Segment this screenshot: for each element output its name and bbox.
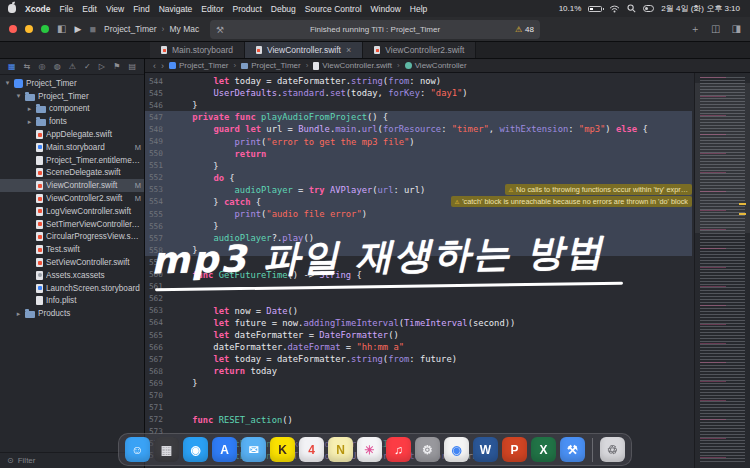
code-line-557[interactable]: 557 audioPlayer?.play() bbox=[145, 232, 692, 244]
window-close-button[interactable] bbox=[9, 25, 17, 33]
menu-window[interactable]: Window bbox=[371, 4, 401, 14]
breakpoint-navigator-icon[interactable]: ⚑ bbox=[113, 62, 120, 71]
code-line-546[interactable]: 546 } bbox=[145, 99, 692, 111]
dock-app-store-icon[interactable]: A bbox=[212, 437, 237, 462]
issue-navigator-icon[interactable]: ⚠ bbox=[69, 62, 76, 71]
code-line-572[interactable]: 572 func RESET_action() bbox=[145, 414, 692, 426]
dock-photos-icon[interactable]: ☀ bbox=[357, 437, 382, 462]
dock-mail-icon[interactable]: ✉ bbox=[241, 437, 266, 462]
disclosure-triangle[interactable]: ▸ bbox=[26, 118, 33, 126]
breadcrumb-item-project-timer-0[interactable]: Project_Timer bbox=[169, 61, 229, 70]
code-line-561[interactable]: 561 bbox=[145, 281, 692, 293]
breadcrumb-item-viewcontroller-swift-2[interactable]: ViewController.swift bbox=[313, 61, 392, 70]
disclosure-triangle[interactable]: ▸ bbox=[15, 310, 22, 318]
apple-menu-icon[interactable] bbox=[8, 4, 16, 13]
menu-help[interactable]: Help bbox=[410, 4, 427, 14]
sidebar-item-settimerviewcontroller-swift[interactable]: SetTimerViewController.swift bbox=[0, 218, 144, 231]
add-icon[interactable]: ＋ bbox=[690, 24, 700, 34]
search-icon[interactable] bbox=[627, 4, 636, 13]
code-line-565[interactable]: 565 let dateFormatter = DateFormatter() bbox=[145, 329, 692, 341]
code-line-569[interactable]: 569 } bbox=[145, 377, 692, 389]
close-icon[interactable]: × bbox=[346, 45, 351, 55]
code-line-551[interactable]: 551 } bbox=[145, 160, 692, 172]
code-line-553[interactable]: 553 audioPlayer = try AVPlayer(url: url)… bbox=[145, 184, 692, 196]
back-icon[interactable]: ‹ bbox=[153, 61, 156, 71]
test-navigator-icon[interactable]: ✓ bbox=[84, 62, 91, 71]
sidebar-item-viewcontroller-swift[interactable]: ViewController.swiftM bbox=[0, 179, 144, 192]
code-line-555[interactable]: 555 print("audio file error") bbox=[145, 208, 692, 220]
disclosure-triangle[interactable]: ▸ bbox=[26, 105, 33, 113]
scheme-selector[interactable]: Project_Timer › My Mac bbox=[104, 24, 199, 34]
source-control-navigator-icon[interactable]: ⇆ bbox=[24, 62, 31, 71]
sidebar-item-setviewcontroller-swift[interactable]: SetViewController.swift bbox=[0, 256, 144, 269]
code-line-564[interactable]: 564 let future = now.addingTimeInterval(… bbox=[145, 317, 692, 329]
minimap[interactable] bbox=[694, 73, 750, 468]
dock-xcode-icon[interactable]: ⚒ bbox=[560, 437, 585, 462]
dock-music-icon[interactable]: ♫ bbox=[386, 437, 411, 462]
dock-kakaotalk-icon[interactable]: K bbox=[270, 437, 295, 462]
sidebar-item-products[interactable]: ▸Products bbox=[0, 307, 144, 320]
code-line-563[interactable]: 563 let now = Date() bbox=[145, 305, 692, 317]
dock-safari-icon[interactable]: ◉ bbox=[183, 437, 208, 462]
code-line-559[interactable]: 559 bbox=[145, 256, 692, 268]
menu-file[interactable]: File bbox=[60, 4, 74, 14]
code-line-570[interactable]: 570 bbox=[145, 389, 692, 401]
menu-editor[interactable]: Editor bbox=[201, 4, 223, 14]
menu-view[interactable]: View bbox=[106, 4, 124, 14]
inline-warning[interactable]: ⚠No calls to throwing functions occur wi… bbox=[505, 184, 692, 195]
sidebar-item-appdelegate-swift[interactable]: AppDelegate.swift bbox=[0, 128, 144, 141]
stop-button[interactable]: ◼ bbox=[89, 25, 96, 34]
window-zoom-button[interactable] bbox=[41, 25, 49, 33]
code-line-568[interactable]: 568 return today bbox=[145, 365, 692, 377]
sidebar-item-project-timer[interactable]: ▾Project_Timer bbox=[0, 77, 144, 90]
menu-find[interactable]: Find bbox=[133, 4, 150, 14]
project-navigator-icon[interactable]: ▦ bbox=[8, 62, 16, 71]
inline-warning[interactable]: ⚠'catch' block is unreachable because no… bbox=[451, 196, 692, 207]
library-icon[interactable]: ◫ bbox=[711, 24, 720, 34]
code-line-547[interactable]: 547 private func playAudioFromProject() … bbox=[145, 111, 692, 123]
sidebar-item-component[interactable]: ▸component bbox=[0, 103, 144, 116]
code-line-552[interactable]: 552 do { bbox=[145, 172, 692, 184]
sidebar-item-launchscreen-storyboard[interactable]: LaunchScreen.storyboard bbox=[0, 282, 144, 295]
dock-launchpad-icon[interactable]: ▦ bbox=[154, 437, 179, 462]
code-line-548[interactable]: 548 guard let url = Bundle.main.url(forR… bbox=[145, 123, 692, 135]
dock-excel-icon[interactable]: X bbox=[531, 437, 556, 462]
menu-xcode[interactable]: Xcode bbox=[25, 4, 51, 14]
code-line-549[interactable]: 549 print("error to get the mp3 file") bbox=[145, 135, 692, 147]
code-line-566[interactable]: 566 dateFormatter.dateFormat = "hh:mm a" bbox=[145, 341, 692, 353]
symbol-navigator-icon[interactable]: ◎ bbox=[39, 62, 46, 71]
code-line-558[interactable]: 558 } bbox=[145, 244, 692, 256]
code-line-545[interactable]: 545 UserDefaults.standard.set(today, for… bbox=[145, 87, 692, 99]
sidebar-item-info-plist[interactable]: Info.plist bbox=[0, 295, 144, 308]
code-line-560[interactable]: 560 func GetFutureTime() -> String { bbox=[145, 269, 692, 281]
code-line-556[interactable]: 556 } bbox=[145, 220, 692, 232]
menu-source-control[interactable]: Source Control bbox=[305, 4, 362, 14]
sidebar-item-fonts[interactable]: ▸fonts bbox=[0, 115, 144, 128]
menu-navigate[interactable]: Navigate bbox=[159, 4, 193, 14]
dock-system-preferences-icon[interactable]: ⚙ bbox=[415, 437, 440, 462]
menu-edit[interactable]: Edit bbox=[82, 4, 97, 14]
code-line-571[interactable]: 571 bbox=[145, 402, 692, 414]
sidebar-item-circularprogressview-swift[interactable]: CircularProgressView.swift bbox=[0, 231, 144, 244]
sidebar-item-logviewcontroller-swift[interactable]: LogViewController.swift bbox=[0, 205, 144, 218]
dock-powerpoint-icon[interactable]: P bbox=[502, 437, 527, 462]
find-navigator-icon[interactable]: ◍ bbox=[54, 62, 61, 71]
dock-trash-icon[interactable]: ♲ bbox=[600, 437, 625, 462]
inspector-toggle-icon[interactable]: ◨ bbox=[732, 24, 741, 34]
control-center-icon[interactable] bbox=[643, 5, 654, 12]
sidebar-item-project-timer-entitlements[interactable]: Project_Timer.entitlements bbox=[0, 154, 144, 167]
sidebar-item-viewcontroller2-swift[interactable]: ViewController2.swiftM bbox=[0, 192, 144, 205]
sidebar-item-project-timer[interactable]: ▾Project_Timer bbox=[0, 90, 144, 103]
sidebar-item-scenedelegate-swift[interactable]: SceneDelegate.swift bbox=[0, 167, 144, 180]
disclosure-triangle[interactable]: ▾ bbox=[4, 79, 11, 87]
sidebar-item-assets-xcassets[interactable]: Assets.xcassets bbox=[0, 269, 144, 282]
breadcrumb-item-project-timer-1[interactable]: Project_Timer bbox=[241, 61, 301, 70]
run-button[interactable]: ▶ bbox=[74, 24, 81, 34]
forward-icon[interactable]: › bbox=[161, 61, 164, 71]
menu-product[interactable]: Product bbox=[232, 4, 261, 14]
report-navigator-icon[interactable]: ▤ bbox=[128, 62, 136, 71]
tab-viewcontroller2-swift[interactable]: ViewController2.swift bbox=[363, 42, 476, 58]
code-line-567[interactable]: 567 let today = dateFormatter.string(fro… bbox=[145, 353, 692, 365]
source-editor[interactable]: 544 let today = dateFormatter.string(fro… bbox=[145, 73, 750, 468]
code-line-554[interactable]: 554 } catch {⚠'catch' block is unreachab… bbox=[145, 196, 692, 208]
